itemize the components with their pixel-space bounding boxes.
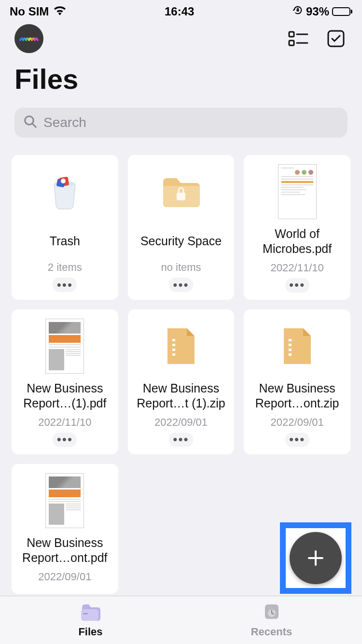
search-input[interactable] xyxy=(43,115,339,130)
svg-rect-16 xyxy=(172,353,175,356)
file-title: New Business Report…t (1).zip xyxy=(133,381,230,411)
avatar[interactable] xyxy=(14,24,43,53)
svg-rect-13 xyxy=(172,339,175,341)
pdf-thumb-icon xyxy=(249,164,346,220)
more-button[interactable]: ••• xyxy=(169,433,193,447)
more-button[interactable]: ••• xyxy=(285,278,309,293)
trash-icon xyxy=(16,164,113,220)
svg-rect-15 xyxy=(172,349,175,351)
file-card-pdf[interactable]: New Business Report…(1).pdf 2022/11/10 •… xyxy=(12,309,118,454)
tab-files[interactable]: Files xyxy=(0,596,181,644)
file-title: New Business Report…ont.pdf xyxy=(16,535,113,566)
file-card-pdf[interactable]: New Business Report…ont.pdf 2022/09/01 xyxy=(12,464,118,594)
svg-line-7 xyxy=(32,124,36,127)
file-sub: 2022/11/10 xyxy=(38,416,91,429)
file-sub: 2022/11/10 xyxy=(271,262,324,274)
clock-icon xyxy=(262,602,281,624)
svg-rect-1 xyxy=(289,32,294,37)
svg-rect-14 xyxy=(172,344,175,346)
carrier-text: No SIM xyxy=(10,5,49,18)
more-button[interactable]: ••• xyxy=(53,433,77,447)
clock-text: 16:43 xyxy=(165,5,194,18)
svg-rect-19 xyxy=(289,349,292,351)
file-card-trash[interactable]: Trash 2 items ••• xyxy=(12,155,118,300)
svg-rect-2 xyxy=(289,41,294,45)
svg-rect-12 xyxy=(177,193,185,200)
file-sub: 2022/09/01 xyxy=(38,571,91,583)
file-title: Security Space xyxy=(140,226,222,256)
file-title: New Business Report…ont.zip xyxy=(249,381,346,411)
svg-point-11 xyxy=(61,179,66,183)
file-card-zip[interactable]: New Business Report…t (1).zip 2022/09/01… xyxy=(128,309,235,454)
list-view-button[interactable] xyxy=(287,28,310,49)
add-button[interactable] xyxy=(290,532,342,584)
folder-lock-icon xyxy=(133,164,230,220)
tab-label: Files xyxy=(78,626,102,638)
svg-rect-0 xyxy=(296,9,299,12)
tab-label: Recents xyxy=(251,626,292,638)
svg-rect-24 xyxy=(83,613,88,615)
select-button[interactable] xyxy=(324,28,348,49)
svg-rect-20 xyxy=(289,353,292,356)
battery-text: 93% xyxy=(306,5,329,18)
file-sub: 2022/09/01 xyxy=(154,416,208,429)
fab-highlight xyxy=(280,522,351,594)
svg-rect-18 xyxy=(289,344,292,346)
more-button[interactable]: ••• xyxy=(53,278,77,292)
battery-icon xyxy=(332,7,352,16)
svg-rect-23 xyxy=(81,609,98,621)
more-button[interactable]: ••• xyxy=(169,278,193,292)
status-bar: No SIM 16:43 93% xyxy=(0,0,362,19)
file-sub: 2 items xyxy=(48,261,82,274)
zip-icon xyxy=(249,318,346,374)
file-title: Trash xyxy=(50,226,80,256)
search-icon xyxy=(23,114,38,131)
pdf-thumb-icon xyxy=(16,473,113,529)
page-title: Files xyxy=(0,53,362,100)
file-card-zip[interactable]: New Business Report…ont.zip 2022/09/01 •… xyxy=(244,309,350,454)
file-card-pdf[interactable]: World of Microbes.pdf 2022/11/10 ••• xyxy=(244,155,350,300)
file-sub: 2022/09/01 xyxy=(271,416,324,429)
zip-icon xyxy=(133,318,230,374)
tab-recents[interactable]: Recents xyxy=(181,596,362,644)
file-title: New Business Report…(1).pdf xyxy=(16,381,113,411)
file-card-security[interactable]: Security Space no items ••• xyxy=(128,155,235,300)
pdf-thumb-icon xyxy=(16,318,113,374)
lock-rotation-icon xyxy=(292,5,303,18)
more-button[interactable]: ••• xyxy=(285,433,309,447)
svg-rect-17 xyxy=(289,339,292,341)
wifi-icon xyxy=(54,5,66,18)
search-bar[interactable] xyxy=(14,108,348,138)
file-title: World of Microbes.pdf xyxy=(249,226,346,257)
file-sub: no items xyxy=(161,261,201,274)
folder-icon xyxy=(80,602,101,624)
tab-bar: Files Recents xyxy=(0,596,362,644)
header xyxy=(0,19,362,53)
